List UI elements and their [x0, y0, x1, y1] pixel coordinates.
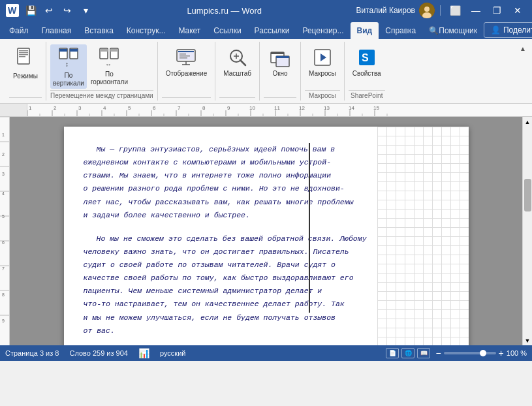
- svg-text:14: 14: [349, 105, 354, 111]
- undo-button[interactable]: ↩: [42, 3, 56, 18]
- scroll-up-button[interactable]: ▲: [523, 117, 533, 127]
- properties-button[interactable]: S Свойства: [349, 44, 385, 80]
- text-line-9: судит о своей работе по отзывам читателе…: [84, 258, 449, 272]
- word-icon[interactable]: W: [5, 3, 20, 18]
- tab-help[interactable]: Справка: [379, 22, 422, 39]
- display-label: Отображение: [166, 70, 208, 77]
- tab-view[interactable]: Вид: [351, 22, 379, 39]
- macros-button[interactable]: Макросы: [305, 44, 340, 80]
- language-info: русский: [160, 349, 185, 357]
- text-line-14: от вас.: [84, 324, 449, 337]
- customize-qat[interactable]: ▾: [78, 3, 93, 18]
- page-scroll-area[interactable]: Мы — группа энтузиастов, серьёзных идеей…: [10, 117, 522, 345]
- web-view-button[interactable]: 🌐: [401, 348, 415, 358]
- group-movement-label: Перемещение между страницами: [50, 90, 153, 101]
- display-icon: [176, 47, 196, 70]
- text-line-11: пациенты. Чем меньше системный администр…: [84, 285, 449, 298]
- title-bar-right: Виталий Каиров ⬜ — ❐ ✕: [356, 3, 527, 18]
- svg-text:6: 6: [2, 240, 5, 245]
- view-mode-buttons: 📄 🌐 📖: [386, 348, 430, 358]
- zoom-thumb: [480, 350, 486, 356]
- scale-label: Масштаб: [223, 70, 251, 77]
- scroll-track[interactable]: [523, 127, 532, 336]
- tab-layout[interactable]: Макет: [172, 22, 207, 39]
- text-line-10: качестве своей работы по тому, как быстр…: [84, 272, 449, 285]
- restore-button[interactable]: ❐: [488, 3, 506, 18]
- title-bar: W 💾 ↩ ↪ ▾ Lumpics.ru — Word Виталий Каир…: [0, 0, 532, 21]
- ribbon: Режимы ↕: [0, 39, 532, 104]
- group-macros-label: Макросы: [305, 90, 340, 101]
- group-display-label: [162, 97, 211, 101]
- by-horizontal-button[interactable]: ↔ Погоризонтали: [88, 44, 131, 87]
- ribbon-content: Режимы ↕: [0, 39, 532, 104]
- group-window-content: Окно: [264, 44, 296, 96]
- save-button[interactable]: 💾: [23, 3, 38, 18]
- svg-rect-9: [19, 56, 25, 57]
- svg-rect-16: [100, 49, 108, 52]
- svg-text:1: 1: [29, 105, 32, 111]
- group-scale-label: [219, 97, 255, 101]
- svg-rect-27: [180, 57, 187, 59]
- group-display: Отображение: [158, 42, 216, 101]
- display-button[interactable]: Отображение: [162, 44, 211, 80]
- window-button[interactable]: Окно: [264, 44, 296, 80]
- ruler-horizontal: 1 2 3 4 5 6 7 8 9 10 11 12 13 1: [27, 104, 532, 117]
- tab-design[interactable]: Конструк...: [120, 22, 172, 39]
- svg-text:3: 3: [2, 172, 5, 176]
- svg-rect-35: [276, 56, 289, 58]
- zoom-in-button[interactable]: +: [499, 348, 504, 358]
- tab-mailings[interactable]: Рассылки: [248, 22, 296, 39]
- svg-text:9: 9: [2, 319, 5, 323]
- svg-text:2: 2: [2, 152, 5, 157]
- scroll-down-button[interactable]: ▼: [523, 336, 533, 345]
- tab-home[interactable]: Главная: [35, 22, 78, 39]
- tab-references[interactable]: Ссылки: [207, 22, 247, 39]
- by-vertical-label: Повертикали: [53, 72, 84, 87]
- user-avatar: [419, 3, 435, 18]
- page-info: Страница 3 из 8: [5, 349, 59, 357]
- svg-text:1: 1: [2, 133, 5, 137]
- minimize-button[interactable]: —: [467, 3, 485, 18]
- tab-insert[interactable]: Вставка: [78, 22, 120, 39]
- tab-review[interactable]: Рецензир...: [296, 22, 350, 39]
- svg-text:W: W: [8, 5, 17, 16]
- read-view-button[interactable]: 📖: [417, 348, 430, 358]
- svg-text:6: 6: [153, 105, 156, 111]
- window-label: Окно: [272, 70, 287, 77]
- print-view-button[interactable]: 📄: [386, 348, 399, 358]
- page-content[interactable]: Мы — группа энтузиастов, серьёзных идеей…: [64, 127, 469, 345]
- scrollbar-vertical[interactable]: ▲ ▼: [522, 117, 532, 345]
- group-sharepoint: S Свойства SharePoint: [345, 42, 389, 101]
- svg-text:5: 5: [128, 105, 131, 111]
- svg-rect-6: [19, 50, 28, 52]
- word-count-icon: 📊: [138, 348, 149, 358]
- close-button[interactable]: ✕: [509, 3, 527, 18]
- svg-rect-22: [178, 51, 194, 52]
- document-text[interactable]: Мы — группа энтузиастов, серьёзных идеей…: [84, 143, 449, 337]
- redo-button[interactable]: ↪: [60, 3, 74, 18]
- macros-label: Макросы: [309, 70, 336, 77]
- text-line-12: что-то настраивает, тем он качественнее …: [84, 298, 449, 311]
- scroll-thumb[interactable]: [524, 179, 531, 211]
- svg-text:4: 4: [103, 105, 106, 111]
- ruler-vertical: 1 2 3 4 5 6 7 8 9: [0, 117, 10, 345]
- by-vertical-button[interactable]: ↕ Повертикали: [50, 44, 87, 89]
- zoom-out-button[interactable]: −: [435, 348, 441, 358]
- share-button[interactable]: 👤Поделиться: [484, 22, 532, 38]
- tab-search[interactable]: 🔍 Помощник: [422, 22, 484, 39]
- ruler-area: 1 2 3 4 5 6 7 8 9 10 11 12 13 1: [0, 104, 532, 117]
- modes-button[interactable]: Режимы: [9, 44, 42, 82]
- group-modes-label: [9, 97, 42, 101]
- svg-text:2: 2: [54, 105, 57, 111]
- collapse-ribbon-button[interactable]: ▲: [516, 42, 529, 55]
- zoom-slider[interactable]: [444, 352, 496, 354]
- main-area: 1 2 3 4 5 6 7 8 9: [0, 117, 532, 345]
- group-modes-content: Режимы: [9, 44, 42, 96]
- tab-file[interactable]: Файл: [3, 22, 35, 39]
- svg-line-29: [240, 60, 245, 65]
- group-window-label: [264, 97, 296, 101]
- scale-button[interactable]: Масштаб: [219, 44, 255, 80]
- svg-text:7: 7: [178, 105, 181, 111]
- zoom-area: − + 100 %: [435, 348, 527, 358]
- ribbon-display-options[interactable]: ⬜: [446, 3, 464, 18]
